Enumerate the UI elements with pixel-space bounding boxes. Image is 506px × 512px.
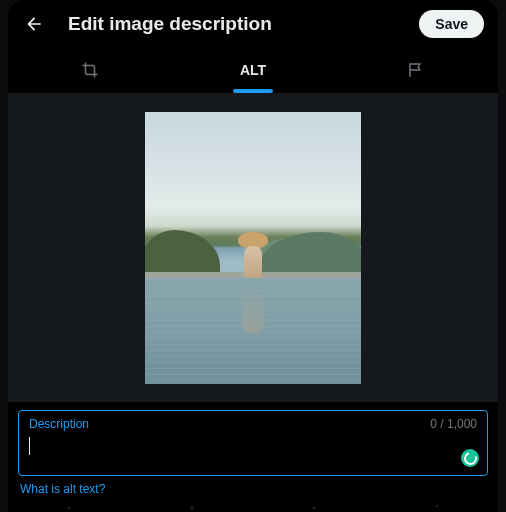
character-counter: 0 / 1,000 — [430, 417, 477, 431]
bottom-nav — [8, 502, 498, 512]
image-preview-area — [8, 93, 498, 402]
alt-text-help-link[interactable]: What is alt text? — [20, 482, 105, 496]
tab-alt[interactable]: ALT — [171, 48, 334, 92]
tab-tag[interactable] — [335, 48, 498, 92]
share-icon — [428, 503, 446, 512]
back-button[interactable] — [22, 12, 46, 36]
image-preview — [145, 112, 361, 384]
modal-title: Edit image description — [68, 13, 397, 35]
description-field-wrapper[interactable]: Description 0 / 1,000 — [18, 410, 488, 476]
home-icon — [60, 503, 78, 512]
grammarly-icon[interactable] — [461, 449, 479, 467]
save-button[interactable]: Save — [419, 10, 484, 38]
svg-point-2 — [313, 507, 316, 510]
flag-icon — [407, 61, 425, 79]
description-label: Description — [29, 417, 89, 431]
text-cursor — [29, 437, 30, 455]
modal-header: Edit image description Save — [8, 0, 498, 48]
edit-image-modal: Edit image description Save ALT Descript… — [8, 0, 498, 512]
svg-rect-1 — [190, 506, 193, 509]
tab-bar: ALT — [8, 48, 498, 93]
like-icon — [305, 503, 323, 512]
crop-icon — [81, 61, 99, 79]
retweet-icon — [183, 503, 201, 512]
description-input[interactable] — [29, 435, 477, 457]
tab-alt-label: ALT — [240, 62, 266, 78]
description-section: Description 0 / 1,000 What is alt text? — [8, 402, 498, 502]
tab-crop[interactable] — [8, 48, 171, 92]
arrow-left-icon — [24, 14, 44, 34]
svg-point-0 — [68, 507, 71, 510]
